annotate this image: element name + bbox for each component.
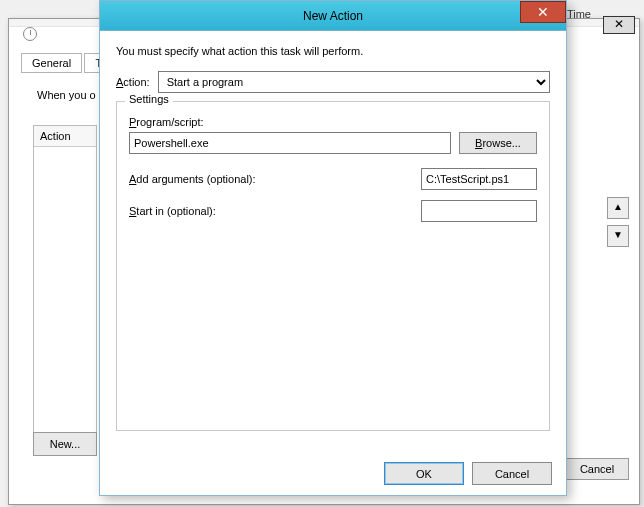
new-action-button[interactable]: New...: [33, 432, 97, 456]
program-script-input[interactable]: [129, 132, 451, 154]
add-arguments-input[interactable]: [421, 168, 537, 190]
dialog-titlebar: New Action ✕: [100, 1, 566, 31]
dialog-footer: OK Cancel: [384, 462, 552, 485]
move-down-button[interactable]: ▼: [607, 225, 629, 247]
parent-cancel-button[interactable]: Cancel: [565, 458, 629, 480]
program-script-label: Program/script:: [129, 116, 537, 128]
clock-icon: [23, 27, 37, 41]
reorder-controls: ▲ ▼: [607, 197, 629, 247]
parent-description-text: When you o: [37, 89, 96, 101]
action-select[interactable]: Start a program: [158, 71, 550, 93]
action-row: Action: Start a program: [116, 71, 550, 93]
action-list-header: Action: [34, 126, 96, 147]
add-arguments-label: Add arguments (optional):: [129, 173, 256, 185]
action-label: Action:: [116, 76, 150, 88]
new-action-dialog: New Action ✕ You must specify what actio…: [99, 0, 567, 496]
tab-general[interactable]: General: [21, 53, 82, 73]
dialog-body: You must specify what action this task w…: [100, 31, 566, 439]
move-up-button[interactable]: ▲: [607, 197, 629, 219]
settings-group: Settings Program/script: Browse... Add a…: [116, 101, 550, 431]
parent-close-button[interactable]: ✕: [603, 16, 635, 34]
start-in-label: Start in (optional):: [129, 205, 216, 217]
action-list: Action: [33, 125, 97, 435]
browse-button[interactable]: Browse...: [459, 132, 537, 154]
ok-button[interactable]: OK: [384, 462, 464, 485]
dialog-close-button[interactable]: ✕: [520, 1, 566, 23]
dialog-title: New Action: [303, 9, 363, 23]
start-in-input[interactable]: [421, 200, 537, 222]
settings-legend: Settings: [125, 93, 173, 105]
cancel-button[interactable]: Cancel: [472, 462, 552, 485]
dialog-intro-text: You must specify what action this task w…: [116, 45, 550, 57]
